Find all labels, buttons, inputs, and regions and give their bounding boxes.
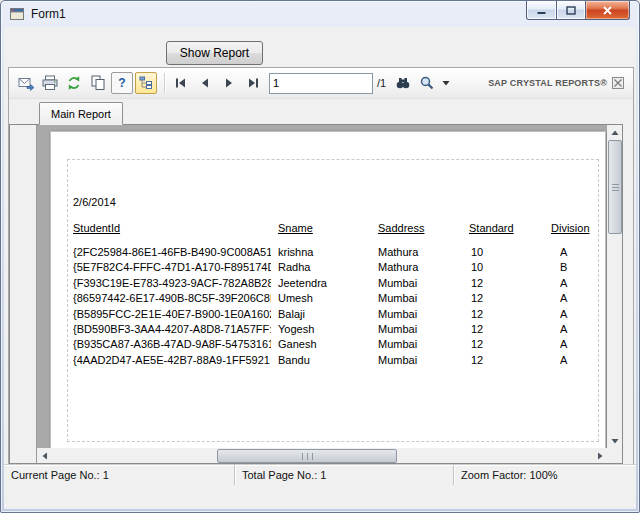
report-cell: A <box>560 246 607 258</box>
arrow-right-icon <box>597 452 603 460</box>
report-cell: krishna <box>278 246 373 258</box>
report-cell: {86597442-6E17-490B-8C5F-39F206C8D <box>73 292 271 304</box>
zoom-dropdown-button[interactable] <box>440 72 451 94</box>
status-bar: Current Page No.: 1 Total Page No.: 1 Zo… <box>4 464 636 485</box>
report-cell: {4AAD2D47-AE5E-42B7-88A9-1FF5921 <box>73 354 271 366</box>
scroll-down-button[interactable] <box>607 433 622 448</box>
toggle-group-tree-button[interactable] <box>135 72 157 94</box>
scroll-up-button[interactable] <box>607 125 622 140</box>
caption-buttons <box>526 1 630 20</box>
close-button[interactable] <box>585 1 630 20</box>
report-row: {4AAD2D47-AE5E-42B7-88A9-1FF5921BanduMum… <box>51 354 605 369</box>
page-region: 2/6/2014 StudentIdSnameSaddressStandardD… <box>37 125 607 448</box>
report-cell: 12 <box>471 354 547 366</box>
brand-logo-icon <box>612 77 624 89</box>
report-cell: {B935CA87-A36B-47AD-9A8F-54753161 <box>73 338 271 350</box>
report-cell: 12 <box>471 308 547 320</box>
tab-main-report[interactable]: Main Report <box>39 102 123 125</box>
report-row: {86597442-6E17-490B-8C5F-39F206C8DUmeshM… <box>51 292 605 307</box>
report-row: {F393C19E-E783-4923-9ACF-782A8B28Jeetend… <box>51 277 605 292</box>
refresh-button[interactable] <box>63 72 85 94</box>
close-icon <box>603 6 612 15</box>
thumb-grip <box>612 187 619 188</box>
thumb-grip <box>307 453 308 460</box>
report-cell: 10 <box>471 246 547 258</box>
report-cell: A <box>560 323 607 335</box>
report-cell: {F393C19E-E783-4923-9ACF-782A8B28 <box>73 277 271 289</box>
report-cell: Mathura <box>378 261 464 273</box>
report-row: {BD590BF3-3AA4-4207-A8D8-71A57FF:YogeshM… <box>51 323 605 338</box>
page-number-input[interactable] <box>269 73 373 94</box>
report-cell: Bandu <box>278 354 373 366</box>
window-title: Form1 <box>31 7 66 21</box>
report-tabstrip: Main Report <box>9 99 633 124</box>
thumb-grip <box>302 453 303 460</box>
vertical-scroll-thumb[interactable] <box>608 140 622 234</box>
find-button[interactable] <box>392 72 414 94</box>
maximize-button[interactable] <box>557 1 585 20</box>
toolbar-separator <box>164 73 165 93</box>
report-header-row: StudentIdSnameSaddressStandardDivision <box>51 222 605 238</box>
horizontal-scrollbar[interactable] <box>37 448 607 463</box>
zoom-button[interactable] <box>416 72 438 94</box>
report-cell: {5E7F82C4-FFFC-47D1-A170-F895174D <box>73 261 271 273</box>
export-icon <box>18 75 35 91</box>
report-cell: 12 <box>471 338 547 350</box>
report-cell: A <box>560 292 607 304</box>
maximize-icon <box>566 6 576 15</box>
report-page: 2/6/2014 StudentIdSnameSaddressStandardD… <box>50 131 606 448</box>
column-header: Saddress <box>378 222 464 234</box>
report-cell: Yogesh <box>278 323 373 335</box>
arrow-down-icon <box>611 438 619 444</box>
scroll-left-button[interactable] <box>37 448 52 463</box>
thumb-grip <box>612 184 619 185</box>
vertical-scrollbar[interactable] <box>607 125 622 448</box>
scrollbar-corner <box>607 448 622 463</box>
first-page-icon <box>173 75 189 91</box>
status-zoom-factor: Zoom Factor: 100% <box>454 465 636 485</box>
print-icon <box>42 75 58 91</box>
print-button[interactable] <box>39 72 61 94</box>
report-cell: Mumbai <box>378 354 464 366</box>
refresh-icon <box>66 75 82 91</box>
next-page-button[interactable] <box>218 72 240 94</box>
column-header: Standard <box>469 222 545 234</box>
export-button[interactable] <box>15 72 37 94</box>
report-cell: Mumbai <box>378 277 464 289</box>
brand-area: SAP CRYSTAL REPORTS® <box>488 77 627 89</box>
horizontal-scroll-thumb[interactable] <box>217 449 397 463</box>
magnifier-icon <box>419 75 435 91</box>
report-cell: Umesh <box>278 292 373 304</box>
viewer-toolbar: ? <box>9 68 633 99</box>
report-cell: Ganesh <box>278 338 373 350</box>
form-client-area: Show Report <box>4 27 636 509</box>
form-icon <box>10 7 25 21</box>
page-total-label: /1 <box>377 77 386 89</box>
scroll-right-button[interactable] <box>592 448 607 463</box>
report-cell: {2FC25984-86E1-46FB-B490-9C008A51I <box>73 246 271 258</box>
show-report-button[interactable]: Show Report <box>166 41 263 65</box>
report-cell: A <box>560 354 607 366</box>
status-current-page: Current Page No.: 1 <box>4 465 235 485</box>
minimize-button[interactable] <box>526 1 557 20</box>
sap-crystal-reports-label: SAP CRYSTAL REPORTS® <box>488 78 607 88</box>
report-row: {B935CA87-A36B-47AD-9A8F-54753161GaneshM… <box>51 338 605 353</box>
report-rows: {2FC25984-86E1-46FB-B490-9C008A51Ikrishn… <box>51 246 605 369</box>
previous-page-button[interactable] <box>194 72 216 94</box>
report-cell: {B5895FCC-2E1E-40E7-B900-1E0A1602 <box>73 308 271 320</box>
report-cell: {BD590BF3-3AA4-4207-A8D8-71A57FF: <box>73 323 271 335</box>
report-cell: 12 <box>471 323 547 335</box>
thumb-grip <box>312 453 313 460</box>
thumb-grip <box>612 190 619 191</box>
report-cell: B <box>560 261 607 273</box>
next-page-icon <box>221 75 237 91</box>
report-cell: Mathura <box>378 246 464 258</box>
report-cell: Mumbai <box>378 308 464 320</box>
report-cell: Balaji <box>278 308 373 320</box>
first-page-button[interactable] <box>170 72 192 94</box>
copy-button[interactable] <box>87 72 109 94</box>
toggle-parameter-panel-button[interactable]: ? <box>111 72 133 94</box>
report-row: {2FC25984-86E1-46FB-B490-9C008A51Ikrishn… <box>51 246 605 261</box>
report-cell: 12 <box>471 277 547 289</box>
last-page-button[interactable] <box>242 72 264 94</box>
